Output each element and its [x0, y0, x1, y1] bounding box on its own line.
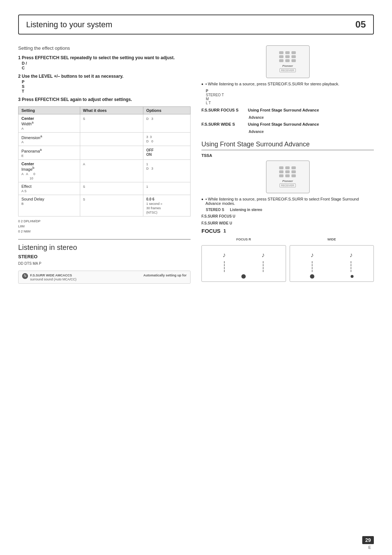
- row-sound-delay-does: S: [80, 195, 143, 216]
- bullet-dot2: •: [201, 197, 203, 206]
- table-row: EffectA S S 1: [19, 182, 191, 195]
- mode-stereo-t: STEREO T: [206, 93, 374, 97]
- remote-btn: [285, 170, 290, 173]
- page-number-badge: 29: [362, 536, 374, 544]
- bullet2-text: • While listening to a source, press STE…: [205, 197, 374, 206]
- remote-btn: [285, 174, 290, 177]
- fssurr-wide-val: Using Front Stage Surround Advance: [248, 122, 319, 126]
- fssurr-focus-key: F.S.SURR FOCUS S: [201, 108, 245, 112]
- dddts-map: DD DTS MA P: [18, 262, 191, 266]
- row-center-width-does: S: [80, 114, 143, 133]
- step1-sub2: C: [22, 66, 191, 70]
- row-effect-options: 1: [143, 182, 191, 195]
- focus-label-row: FOCUS 1: [201, 228, 374, 234]
- dashed-line: [263, 261, 264, 272]
- footnote1: 0 2 DPLHM/DP: [18, 219, 191, 223]
- focus-r-label: FOCUS R: [236, 238, 251, 241]
- row-center-image-does: A: [80, 159, 143, 182]
- advance-text2: Advance: [249, 130, 264, 134]
- footnote3: 0 2 N6M: [18, 230, 191, 233]
- page-number-header: 05: [355, 19, 366, 30]
- note-text1: F.S.SURR WIDE AMCACCS: [30, 274, 72, 277]
- footnotes: 0 2 DPLHM/DP LIIM 0 2 N6M: [18, 219, 191, 233]
- stereo-s-val: Listening in stereo: [230, 208, 262, 212]
- remote-btn: [291, 55, 296, 58]
- focus-label: FOCUS: [201, 228, 221, 234]
- step2: 2 Use the LEVEL +/– buttons to set it as…: [18, 74, 191, 93]
- right-column: Pioneer RECEIVER • • While listening to …: [201, 45, 374, 284]
- dotted-line-left: [224, 261, 225, 272]
- row-sound-delay-setting: Sound DelayB: [19, 195, 80, 216]
- wide-label-div: WIDE: [290, 236, 374, 242]
- row-center-image-setting: CenterImagebA A 0 10: [19, 159, 80, 182]
- row-panorama-setting: PanoramaaE: [19, 146, 80, 160]
- row-effect-does: S: [80, 182, 143, 195]
- wide-label: WIDE: [327, 238, 336, 241]
- focus-r-label-div: FOCUS R: [201, 236, 286, 242]
- remote-btn: [279, 59, 283, 62]
- mode-lt: L T: [206, 101, 374, 105]
- fssurr-wide-key: F.S.SURR WIDE S: [201, 122, 245, 126]
- dashed-line: [224, 261, 225, 272]
- row-dimension-setting: DimensionaA: [19, 132, 80, 146]
- fssurr-focus-row: F.S.SURR FOCUS S Using Front Stage Surro…: [201, 108, 374, 112]
- main-content: Setting the effect options 1 Press EFFEC…: [18, 45, 374, 284]
- note-right: Automatically setting up for: [143, 273, 187, 277]
- col-does: What it does: [80, 107, 143, 114]
- settings-table: Setting What it does Options CenterWidth…: [18, 106, 191, 216]
- fssurr-focus-val: Using Front Stage Surround Advance: [248, 108, 319, 112]
- table-row: PanoramaaE OFFON: [19, 146, 191, 160]
- row-center-width-options: D 3: [143, 114, 191, 133]
- advance-label2: Advance: [249, 129, 374, 134]
- note-text2: surround sound (Auto MCA/CC): [30, 278, 77, 281]
- left-column: Setting the effect options 1 Press EFFEC…: [18, 45, 191, 284]
- remote-brand-top: Pioneer: [282, 64, 293, 68]
- bullet-dot: •: [201, 82, 203, 87]
- note-content: F.S.SURR WIDE AMCACCS surround sound (Au…: [30, 273, 77, 281]
- bullet2: • • While listening to a source, press S…: [201, 197, 374, 206]
- remote-btn: [291, 166, 296, 169]
- mode-m: M: [206, 97, 374, 101]
- sub-dot-left: [241, 274, 246, 279]
- dotted-line-rl: [312, 261, 313, 272]
- fssa-heading: Using Front Stage Surround Advance: [201, 141, 374, 150]
- speaker-icon-left: ♪: [222, 251, 226, 259]
- stereo-heading: Listening in stereo: [18, 243, 191, 252]
- section-subtitle: Setting the effect options: [18, 45, 191, 51]
- remote-btn: [279, 166, 283, 169]
- col-setting: Setting: [19, 107, 80, 114]
- speaker-icon-right: ♪: [261, 251, 265, 259]
- remote-btn: [279, 51, 283, 54]
- step3-text: 3 Press EFFECT/CH SEL again to adjust ot…: [18, 97, 191, 102]
- table-row: CenterWidthaA S D 3: [19, 114, 191, 133]
- fssurr-wide-row: F.S.SURR WIDE S Using Front Stage Surrou…: [201, 122, 374, 126]
- header-bar: Listening to your system 05: [18, 15, 374, 35]
- step1-sub1: D /: [22, 61, 191, 65]
- fssurr-wide-u: F.S.SURR WIDE U: [201, 220, 374, 226]
- step2-sub2: S: [22, 84, 191, 89]
- focus-diagram: ♪ ♪: [201, 245, 374, 282]
- row-dimension-options: 3 3D 0: [143, 132, 191, 146]
- table-row: DimensionaA 3 3D 0: [19, 132, 191, 146]
- remote-btn: [285, 51, 290, 54]
- row-center-image-options: 1D 3: [143, 159, 191, 182]
- remote-buttons-top: [279, 51, 297, 62]
- stereo-label: STEREO: [18, 254, 191, 259]
- fssurr-focus-u-text: F.S.SURR FOCUS U: [201, 214, 235, 218]
- footnote2: LIIM: [18, 224, 191, 228]
- remote-btn: [291, 51, 296, 54]
- remote-buttons-mid: [279, 166, 297, 177]
- bullet1: • • While listening to a source, press S…: [201, 82, 374, 87]
- focus-box-left: ♪ ♪: [201, 245, 286, 282]
- remote-btn: [291, 170, 296, 173]
- remote-label-mid: RECEIVER: [279, 183, 296, 187]
- focus-number: 1: [224, 228, 226, 234]
- speaker-icon-rl: ♪: [311, 251, 314, 259]
- advance-label1: Advance: [249, 114, 374, 120]
- dotted-line-rr: [351, 261, 351, 272]
- step2-text: 2 Use the LEVEL +/– buttons to set it as…: [18, 74, 191, 79]
- modes-block: P STEREO T M L T: [206, 89, 374, 105]
- note-box: N F.S.SURR WIDE AMCACCS surround sound (…: [18, 271, 191, 284]
- remote-btn: [285, 55, 290, 58]
- table-row: CenterImagebA A 0 10 A 1D 3: [19, 159, 191, 182]
